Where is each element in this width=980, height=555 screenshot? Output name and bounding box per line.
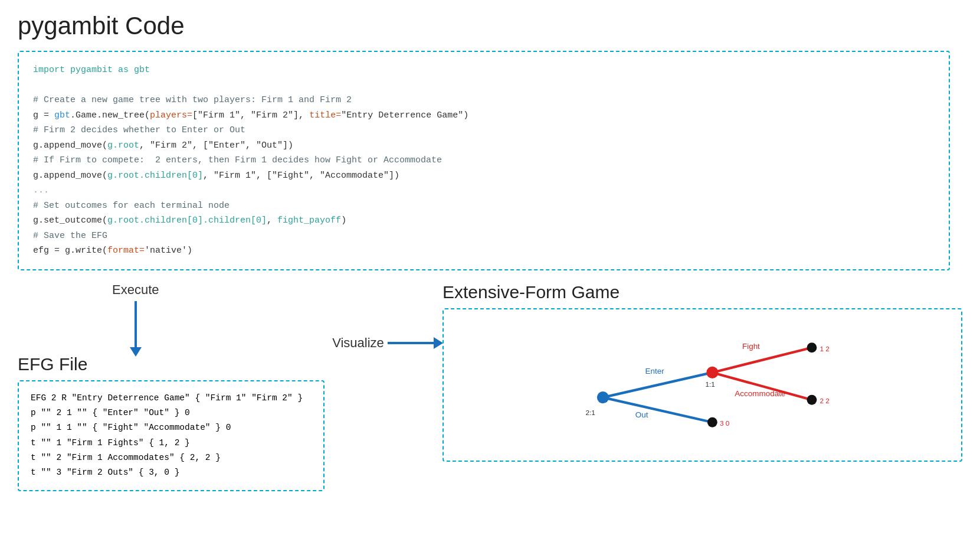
efg-line-4: t "" 1 "Firm 1 Fights" { 1, 2 }: [31, 436, 312, 450]
execute-label: Execute: [112, 282, 159, 298]
svg-text:2:1: 2:1: [585, 408, 595, 416]
visualize-label: Visualize: [332, 335, 384, 351]
game-box: Enter Out Fight Accommodate 2:1 1:1 3 0: [443, 308, 962, 462]
code-line-3: g.append_move(g.root, "Firm 2", ["Enter"…: [33, 138, 935, 154]
game-section-title: Extensive-Form Game: [443, 282, 962, 302]
code-comment-2: # Firm 2 decides whether to Enter or Out: [33, 123, 935, 138]
svg-point-16: [807, 394, 817, 404]
svg-text:3  0: 3 0: [720, 419, 730, 427]
svg-line-1: [603, 397, 712, 422]
execute-arrow: [135, 301, 137, 348]
efg-line-6: t "" 3 "Firm 2 Outs" { 3, 0 }: [31, 465, 312, 480]
code-line-blank1: [33, 78, 935, 93]
page-title: pygambit Code: [18, 12, 962, 40]
efg-line-3: p "" 1 1 "" { "Fight" "Accommodate" } 0: [31, 420, 312, 435]
svg-text:Fight: Fight: [742, 342, 760, 351]
svg-text:Accommodate: Accommodate: [735, 389, 785, 397]
code-comment-4: # Set outcomes for each terminal node: [33, 198, 935, 214]
code-line-ellipsis: ...: [33, 183, 935, 198]
efg-box: EFG 2 R "Entry Deterrence Game" { "Firm …: [18, 380, 325, 491]
code-comment-3: # If Firm to compete: 2 enters, then Fir…: [33, 153, 935, 168]
code-line-6: efg = g.write(format='native'): [33, 243, 935, 259]
svg-text:1:1: 1:1: [706, 380, 715, 388]
code-box: import pygambit as gbt # Create a new ga…: [18, 51, 950, 270]
arrow-right-line: [388, 342, 435, 344]
game-section: Extensive-Form Game Enter Out Fight Acco…: [443, 282, 962, 462]
efg-line-2: p "" 2 1 "" { "Enter" "Out" } 0: [31, 406, 312, 420]
code-line-1: import pygambit as gbt: [33, 63, 935, 78]
visualize-arrow-area: Visualize: [325, 282, 443, 351]
svg-point-8: [597, 391, 609, 403]
game-tree-svg: Enter Out Fight Accommodate 2:1 1:1 3 0: [450, 315, 955, 455]
svg-point-12: [707, 417, 717, 427]
svg-point-14: [807, 342, 817, 352]
code-comment-1: # Create a new game tree with two player…: [33, 93, 935, 108]
svg-text:Enter: Enter: [645, 367, 665, 376]
efg-line-5: t "" 2 "Firm 1 Accommodates" { 2, 2 }: [31, 450, 312, 465]
svg-line-0: [603, 372, 712, 397]
svg-text:2  2: 2 2: [820, 397, 829, 404]
code-comment-5: # Save the EFG: [33, 228, 935, 244]
bottom-row: Execute EFG File EFG 2 R "Entry Deterren…: [18, 282, 962, 491]
efg-section-title: EFG File: [18, 354, 325, 374]
code-line-2: g = gbt.Game.new_tree(players=["Firm 1",…: [33, 108, 935, 123]
efg-line-1: EFG 2 R "Entry Deterrence Game" { "Firm …: [31, 391, 312, 406]
svg-line-2: [712, 347, 812, 372]
arrow-right: [388, 342, 435, 344]
code-line-4: g.append_move(g.root.children[0], "Firm …: [33, 168, 935, 184]
svg-text:Out: Out: [635, 410, 648, 419]
code-line-5: g.set_outcome(g.root.children[0].childre…: [33, 213, 935, 228]
svg-point-10: [706, 366, 718, 378]
svg-text:1  2: 1 2: [820, 344, 829, 352]
efg-section: Execute EFG File EFG 2 R "Entry Deterren…: [18, 282, 325, 491]
